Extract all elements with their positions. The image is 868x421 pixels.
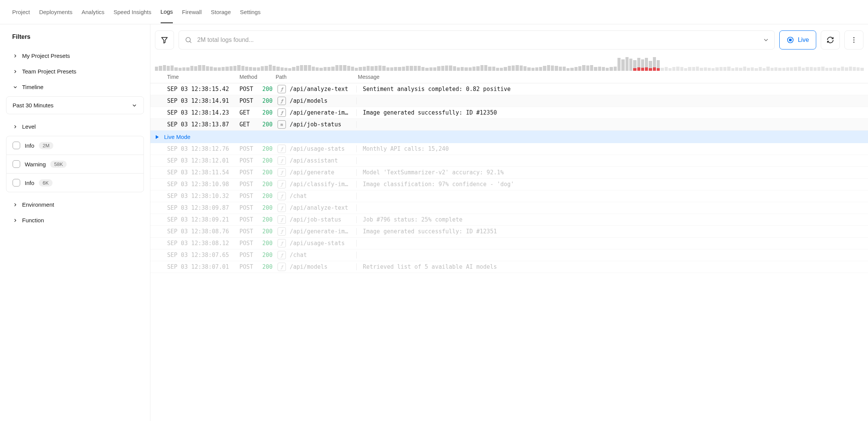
more-button[interactable] (844, 30, 863, 49)
log-row[interactable]: SEP 03 12:38:10.32POST200ƒ/chat (150, 190, 868, 202)
svg-point-5 (854, 37, 855, 38)
level-label: Level (22, 123, 36, 130)
log-row[interactable]: SEP 03 12:38:08.12POST200ƒ/api/usage-sta… (150, 238, 868, 249)
log-method: GET (239, 109, 262, 116)
log-type-icon: ƒ (278, 156, 290, 165)
level-item[interactable]: Warning58K (6, 155, 144, 174)
log-status: 200 (262, 240, 278, 247)
log-path: /chat (290, 252, 357, 258)
level-item[interactable]: Info2M (6, 136, 144, 155)
log-time: SEP 03 12:38:13.87 (167, 121, 239, 128)
log-path: /api/analyze-text (290, 204, 357, 211)
log-method: GET (239, 121, 262, 128)
log-row[interactable]: SEP 03 12:38:08.76POST200ƒ/api/generate-… (150, 226, 868, 238)
log-message: Sentiment analysis completed: 0.82 posit… (357, 86, 868, 92)
log-message: Monthly API calls: 15,240 (357, 145, 868, 152)
log-row[interactable]: SEP 03 12:38:14.23GET200ƒ/api/generate-i… (150, 107, 868, 119)
log-row[interactable]: SEP 03 12:38:12.76POST200ƒ/api/usage-sta… (150, 143, 868, 155)
log-status: 200 (262, 216, 278, 223)
svg-point-7 (854, 42, 855, 43)
svg-marker-0 (162, 37, 168, 43)
histogram[interactable] (150, 56, 868, 71)
log-time: SEP 03 12:38:07.65 (167, 252, 239, 258)
col-path: Path (276, 74, 358, 80)
log-status: 200 (262, 145, 278, 152)
nav-storage[interactable]: Storage (211, 1, 231, 23)
preset-team-project-presets[interactable]: Team Project Presets (6, 64, 144, 79)
search-input[interactable] (179, 30, 775, 49)
log-status: 200 (262, 193, 278, 199)
log-type-icon: ƒ (278, 215, 290, 224)
log-time: SEP 03 12:38:10.98 (167, 181, 239, 188)
log-row[interactable]: SEP 03 12:38:15.42POST200ƒ/api/analyze-t… (150, 83, 868, 95)
log-method: POST (239, 193, 262, 199)
top-nav: ProjectDeploymentsAnalyticsSpeed Insight… (0, 0, 868, 24)
function-label: Function (22, 217, 44, 223)
chevron-down-icon (12, 84, 18, 90)
level-name: Info (25, 180, 34, 186)
log-header: Time Method Path Message (150, 71, 868, 83)
log-path: /api/models (290, 97, 357, 104)
log-row[interactable]: SEP 03 12:38:13.87GET200m/api/job-status (150, 119, 868, 131)
log-method: POST (239, 145, 262, 152)
preset-my-project-presets[interactable]: My Project Presets (6, 48, 144, 64)
log-status: 200 (262, 204, 278, 211)
checkbox[interactable] (13, 160, 20, 168)
log-type-icon: ƒ (278, 239, 290, 247)
log-row[interactable]: SEP 03 12:38:14.91POST200ƒ/api/models (150, 95, 868, 107)
content-area: Live Time Method Path Message SEP 03 12:… (150, 24, 868, 421)
log-path: /api/analyze-text (290, 86, 357, 92)
log-status: 200 (262, 97, 278, 104)
timeline-select[interactable]: Past 30 Minutes (6, 96, 144, 114)
search-expand[interactable] (763, 37, 769, 43)
nav-speed-insights[interactable]: Speed Insights (113, 1, 151, 23)
log-method: POST (239, 181, 262, 188)
nav-project[interactable]: Project (12, 1, 30, 23)
level-name: Info (25, 142, 34, 149)
col-message: Message (358, 74, 868, 80)
log-time: SEP 03 12:38:09.21 (167, 216, 239, 223)
checkbox[interactable] (13, 142, 20, 149)
log-time: SEP 03 12:38:15.42 (167, 86, 239, 92)
nav-logs[interactable]: Logs (161, 1, 173, 23)
checkbox[interactable] (13, 179, 20, 187)
log-time: SEP 03 12:38:09.87 (167, 204, 239, 211)
log-method: POST (239, 240, 262, 247)
timeline-section[interactable]: Timeline (6, 79, 144, 95)
level-section[interactable]: Level (6, 119, 144, 134)
log-message: Job #796 status: 25% complete (357, 216, 868, 223)
log-row[interactable]: SEP 03 12:38:07.01POST200ƒ/api/modelsRet… (150, 261, 868, 273)
log-message: Image generated successfully: ID #12350 (357, 109, 868, 116)
log-row[interactable]: SEP 03 12:38:07.65POST200ƒ/chat (150, 249, 868, 261)
search-icon (185, 36, 192, 44)
nav-analytics[interactable]: Analytics (81, 1, 104, 23)
log-row[interactable]: SEP 03 12:38:11.54POST200ƒ/api/generateM… (150, 167, 868, 179)
log-path: /api/generate-im… (290, 228, 357, 235)
function-section[interactable]: Function (6, 212, 144, 228)
log-status: 200 (262, 252, 278, 258)
toolbar: Live (150, 24, 868, 56)
log-row[interactable]: SEP 03 12:38:10.98POST200ƒ/api/classify-… (150, 179, 868, 190)
svg-rect-4 (789, 39, 791, 41)
live-mode-row[interactable]: Live Mode (150, 131, 868, 143)
log-message: Model 'TextSummarizer-v2' accuracy: 92.1… (357, 169, 868, 176)
log-method: POST (239, 157, 262, 164)
live-label: Live (798, 37, 809, 43)
log-time: SEP 03 12:38:08.12 (167, 240, 239, 247)
level-item[interactable]: Info6K (6, 174, 144, 192)
live-button[interactable]: Live (779, 30, 816, 49)
log-status: 200 (262, 228, 278, 235)
log-row[interactable]: SEP 03 12:38:09.87POST200ƒ/api/analyze-t… (150, 202, 868, 214)
filters-sidebar: Filters My Project PresetsTeam Project P… (0, 24, 150, 421)
log-status: 200 (262, 157, 278, 164)
nav-deployments[interactable]: Deployments (39, 1, 73, 23)
level-name: Warning (25, 161, 46, 167)
log-message: Image generated successfully: ID #12351 (357, 228, 868, 235)
filter-button[interactable] (155, 30, 174, 49)
refresh-button[interactable] (821, 30, 840, 49)
log-row[interactable]: SEP 03 12:38:09.21POST200ƒ/api/job-statu… (150, 214, 868, 226)
nav-firewall[interactable]: Firewall (182, 1, 202, 23)
environment-section[interactable]: Environment (6, 197, 144, 212)
log-row[interactable]: SEP 03 12:38:12.01POST200ƒ/api/assistant (150, 155, 868, 167)
nav-settings[interactable]: Settings (240, 1, 260, 23)
